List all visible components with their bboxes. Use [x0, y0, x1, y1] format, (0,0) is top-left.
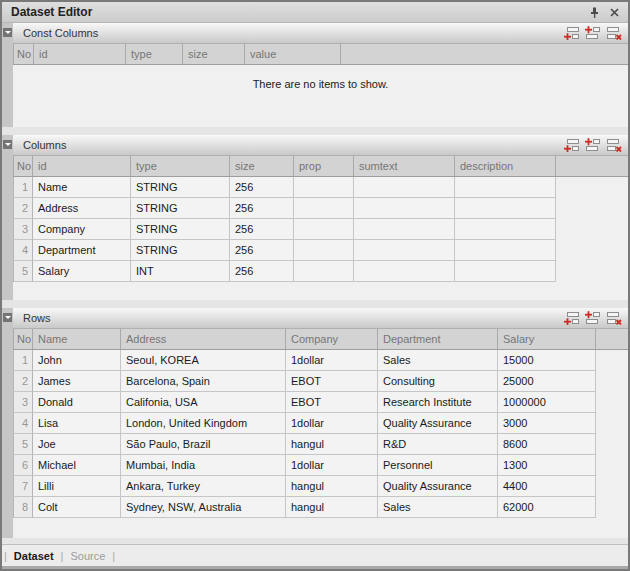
- data-cell[interactable]: [294, 198, 354, 219]
- data-cell[interactable]: Department: [33, 240, 131, 261]
- column-header[interactable]: Department: [378, 329, 498, 349]
- delete-row-button[interactable]: [604, 25, 623, 41]
- data-cell[interactable]: [455, 219, 556, 240]
- column-header[interactable]: No: [13, 44, 34, 64]
- data-cell[interactable]: STRING: [131, 219, 230, 240]
- data-cell[interactable]: R&D: [378, 434, 498, 455]
- data-cell[interactable]: 25000: [498, 371, 596, 392]
- column-header[interactable]: size: [183, 44, 245, 64]
- data-cell[interactable]: London, United Kingdom: [121, 413, 286, 434]
- data-cell[interactable]: hangul: [286, 476, 378, 497]
- data-cell[interactable]: 1dollar: [286, 350, 378, 371]
- data-cell[interactable]: Personnel: [378, 455, 498, 476]
- data-cell[interactable]: Name: [33, 177, 131, 198]
- delete-row-button[interactable]: [604, 310, 623, 326]
- row-number-cell[interactable]: 4: [13, 413, 33, 434]
- data-cell[interactable]: Salary: [33, 261, 131, 282]
- row-number-cell[interactable]: 5: [13, 434, 33, 455]
- data-cell[interactable]: 15000: [498, 350, 596, 371]
- data-cell[interactable]: [294, 261, 354, 282]
- row-number-cell[interactable]: 1: [13, 350, 33, 371]
- data-cell[interactable]: 62000: [498, 497, 596, 518]
- data-cell[interactable]: Sales: [378, 497, 498, 518]
- column-header[interactable]: No: [13, 156, 33, 176]
- data-cell[interactable]: hangul: [286, 434, 378, 455]
- data-cell[interactable]: [455, 198, 556, 219]
- data-cell[interactable]: 256: [230, 219, 294, 240]
- column-header[interactable]: id: [34, 44, 126, 64]
- data-cell[interactable]: STRING: [131, 198, 230, 219]
- row-number-cell[interactable]: 3: [13, 219, 33, 240]
- data-cell[interactable]: 256: [230, 177, 294, 198]
- row-number-cell[interactable]: 6: [13, 455, 33, 476]
- data-cell[interactable]: Barcelona, Spain: [121, 371, 286, 392]
- column-header[interactable]: prop: [294, 156, 354, 176]
- data-cell[interactable]: 3000: [498, 413, 596, 434]
- data-cell[interactable]: [294, 240, 354, 261]
- data-cell[interactable]: Sales: [378, 350, 498, 371]
- data-cell[interactable]: [354, 261, 455, 282]
- data-cell[interactable]: Ankara, Turkey: [121, 476, 286, 497]
- row-number-cell[interactable]: 7: [13, 476, 33, 497]
- data-cell[interactable]: 4400: [498, 476, 596, 497]
- data-cell[interactable]: 1300: [498, 455, 596, 476]
- data-cell[interactable]: [294, 219, 354, 240]
- close-button[interactable]: [606, 5, 623, 20]
- data-cell[interactable]: Quality Assurance: [378, 413, 498, 434]
- data-cell[interactable]: 256: [230, 240, 294, 261]
- column-header[interactable]: Address: [121, 329, 286, 349]
- data-cell[interactable]: Donald: [33, 392, 121, 413]
- data-cell[interactable]: 1dollar: [286, 455, 378, 476]
- data-cell[interactable]: [455, 261, 556, 282]
- data-cell[interactable]: Quality Assurance: [378, 476, 498, 497]
- data-cell[interactable]: Consulting: [378, 371, 498, 392]
- row-number-cell[interactable]: 5: [13, 261, 33, 282]
- row-number-cell[interactable]: 2: [13, 371, 33, 392]
- data-cell[interactable]: Joe: [33, 434, 121, 455]
- row-number-cell[interactable]: 1: [13, 177, 33, 198]
- tab-dataset[interactable]: Dataset: [7, 550, 61, 562]
- column-header[interactable]: size: [230, 156, 294, 176]
- data-cell[interactable]: hangul: [286, 497, 378, 518]
- data-cell[interactable]: 1000000: [498, 392, 596, 413]
- data-cell[interactable]: STRING: [131, 177, 230, 198]
- data-cell[interactable]: 8600: [498, 434, 596, 455]
- column-header[interactable]: type: [126, 44, 183, 64]
- data-cell[interactable]: 1dollar: [286, 413, 378, 434]
- data-cell[interactable]: Mumbai, India: [121, 455, 286, 476]
- data-cell[interactable]: Company: [33, 219, 131, 240]
- data-cell[interactable]: Lilli: [33, 476, 121, 497]
- column-header[interactable]: value: [245, 44, 341, 64]
- data-cell[interactable]: 256: [230, 261, 294, 282]
- column-header[interactable]: Salary: [498, 329, 596, 349]
- data-cell[interactable]: STRING: [131, 240, 230, 261]
- data-cell[interactable]: [455, 240, 556, 261]
- data-cell[interactable]: Research Institute: [378, 392, 498, 413]
- data-cell[interactable]: São Paulo, Brazil: [121, 434, 286, 455]
- column-header[interactable]: description: [455, 156, 556, 176]
- data-cell[interactable]: EBOT: [286, 371, 378, 392]
- insert-row-button[interactable]: [583, 25, 602, 41]
- collapse-section-button[interactable]: [3, 140, 12, 149]
- data-cell[interactable]: Address: [33, 198, 131, 219]
- data-cell[interactable]: 256: [230, 198, 294, 219]
- column-header[interactable]: type: [131, 156, 230, 176]
- data-cell[interactable]: Michael: [33, 455, 121, 476]
- column-header[interactable]: No: [13, 329, 33, 349]
- row-number-cell[interactable]: 3: [13, 392, 33, 413]
- insert-row-button[interactable]: [583, 310, 602, 326]
- data-cell[interactable]: Colt: [33, 497, 121, 518]
- row-number-cell[interactable]: 2: [13, 198, 33, 219]
- data-cell[interactable]: Lisa: [33, 413, 121, 434]
- data-cell[interactable]: [354, 240, 455, 261]
- data-cell[interactable]: [455, 177, 556, 198]
- data-cell[interactable]: James: [33, 371, 121, 392]
- data-cell[interactable]: INT: [131, 261, 230, 282]
- column-header[interactable]: id: [33, 156, 131, 176]
- add-row-button[interactable]: [562, 137, 581, 153]
- data-cell[interactable]: [354, 219, 455, 240]
- data-cell[interactable]: EBOT: [286, 392, 378, 413]
- data-cell[interactable]: [354, 198, 455, 219]
- tab-source[interactable]: Source: [63, 550, 112, 562]
- add-row-button[interactable]: [562, 25, 581, 41]
